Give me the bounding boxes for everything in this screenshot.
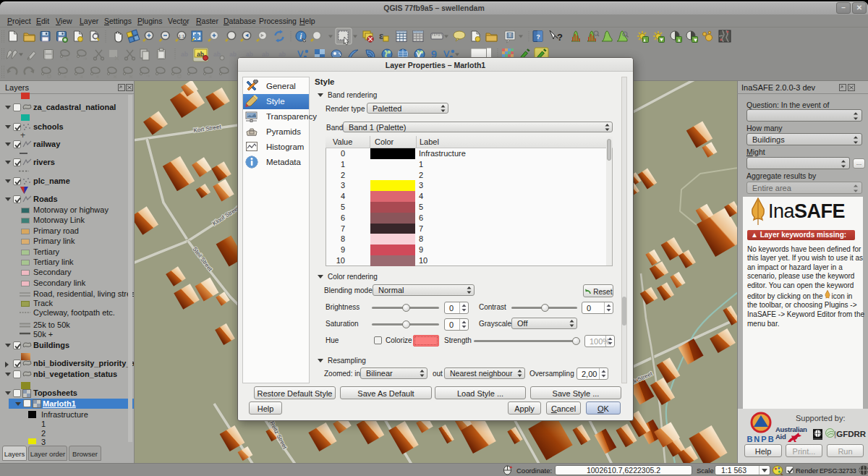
svg-text:ab: ab <box>229 51 237 58</box>
svg-text:T: T <box>509 33 512 38</box>
svg-text:ε: ε <box>379 30 383 41</box>
svg-text:BNPB: BNPB <box>746 435 775 443</box>
svg-text:?: ? <box>536 33 540 41</box>
svg-text:ab: ab <box>213 51 221 58</box>
svg-text:?: ? <box>557 32 563 43</box>
svg-text:i: i <box>300 33 302 41</box>
svg-text:1:1: 1:1 <box>179 34 185 38</box>
svg-text:ab: ab <box>181 51 188 58</box>
